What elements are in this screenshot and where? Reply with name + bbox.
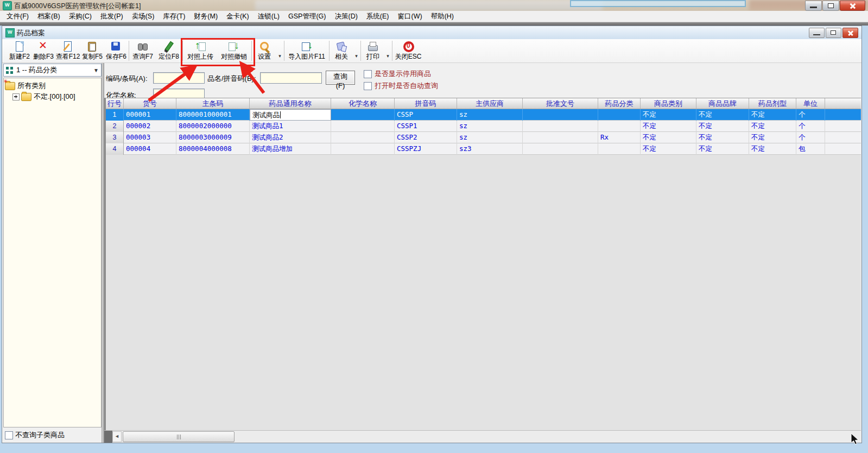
grid-cell[interactable]: 个 bbox=[796, 132, 825, 143]
grid-cell[interactable] bbox=[825, 132, 861, 143]
child-restore-button[interactable] bbox=[826, 28, 841, 38]
menu-item-11[interactable]: 系统(E) bbox=[362, 11, 394, 22]
grid-column-header-9[interactable]: 商品类别 bbox=[641, 98, 696, 109]
grid-cell[interactable]: 不定 bbox=[641, 109, 696, 121]
toolbar-button-save[interactable]: 保存F6 bbox=[104, 39, 128, 62]
toolbar-button-close-power[interactable]: 关闭ESC bbox=[393, 39, 423, 62]
grid-cell[interactable]: sz3 bbox=[457, 143, 523, 155]
grid-cell[interactable]: 不定 bbox=[696, 109, 749, 121]
menu-item-10[interactable]: 决策(D) bbox=[330, 11, 362, 22]
grid-column-header-7[interactable]: 批准文号 bbox=[523, 98, 598, 109]
name-input[interactable] bbox=[260, 72, 322, 84]
grid-cell[interactable]: Rx bbox=[598, 132, 641, 143]
table-row-4[interactable]: 40000048000004000008测试商品增加CSSPZJsz3不定不定不… bbox=[106, 143, 861, 155]
menu-item-9[interactable]: GSP管理(G) bbox=[284, 11, 330, 22]
toolbar-button-related[interactable]: 相关 bbox=[330, 39, 353, 62]
grid-column-header-0[interactable]: 行号 bbox=[106, 98, 124, 109]
grid-column-header-1[interactable]: 货号 bbox=[124, 98, 176, 109]
grid-cell[interactable]: 测试商品增加 bbox=[250, 143, 331, 155]
grid-column-header-2[interactable]: 主条码 bbox=[176, 98, 250, 109]
grid-cell[interactable]: 8000001000001 bbox=[176, 109, 250, 121]
grid-cell[interactable] bbox=[598, 109, 641, 121]
grid-cell[interactable]: CSSPZJ bbox=[395, 143, 457, 155]
grid-cell[interactable]: 不定 bbox=[641, 132, 696, 143]
grid-cell[interactable]: 4 bbox=[106, 143, 124, 155]
grid-cell[interactable]: 8000003000009 bbox=[176, 132, 250, 143]
grid-cell[interactable]: 不定 bbox=[641, 121, 696, 132]
menu-item-1[interactable]: 档案(B) bbox=[33, 11, 65, 22]
grid-cell[interactable]: 000001 bbox=[124, 109, 176, 121]
grid-cell[interactable] bbox=[331, 109, 395, 121]
toolbar-button-new-document[interactable]: 新建F2 bbox=[8, 39, 31, 62]
toolbar-button-view-edit[interactable]: 查看F12 bbox=[55, 39, 80, 62]
menu-item-2[interactable]: 采购(C) bbox=[65, 11, 96, 22]
grid-cell[interactable] bbox=[598, 143, 641, 155]
grid-cell[interactable]: CSSP2 bbox=[395, 132, 457, 143]
table-row-1[interactable]: 10000018000001000001测试商品CSSPsz不定不定不定个 bbox=[106, 109, 861, 121]
grid-cell[interactable]: 不定 bbox=[749, 143, 796, 155]
grid-column-header-4[interactable]: 化学名称 bbox=[331, 98, 395, 109]
toolbar-button-compare-undo[interactable]: 对照撤销 bbox=[217, 39, 251, 62]
menu-item-7[interactable]: 金卡(K) bbox=[222, 11, 254, 22]
grid-cell[interactable]: sz bbox=[457, 132, 523, 143]
toolbar-button-import-image[interactable]: 导入图片F11 bbox=[285, 39, 328, 62]
grid-cell[interactable]: 000003 bbox=[124, 132, 176, 143]
grid-cell[interactable]: sz bbox=[457, 109, 523, 121]
grid-cell[interactable]: 不定 bbox=[696, 132, 749, 143]
menu-item-5[interactable]: 库存(T) bbox=[159, 11, 189, 22]
grid-column-header-11[interactable]: 药品剂型 bbox=[749, 98, 796, 109]
grid-column-header-6[interactable]: 主供应商 bbox=[457, 98, 523, 109]
grid-cell[interactable]: CSSP1 bbox=[395, 121, 457, 132]
chevron-down-icon[interactable]: ▾ bbox=[353, 53, 360, 59]
table-row-3[interactable]: 30000038000003000009测试商品2CSSP2szRx不定不定不定… bbox=[106, 132, 861, 143]
grid-cell[interactable]: 测试商品2 bbox=[250, 132, 331, 143]
toolbar-button-locate[interactable]: 定位F8 bbox=[156, 39, 182, 62]
grid-cell[interactable]: sz bbox=[457, 121, 523, 132]
grid-cell[interactable] bbox=[523, 132, 598, 143]
query-button[interactable]: 查询(F) bbox=[326, 71, 355, 85]
grid-cell[interactable]: 000002 bbox=[124, 121, 176, 132]
child-minimize-button[interactable] bbox=[809, 28, 825, 38]
grid-cell[interactable] bbox=[331, 132, 395, 143]
tree-expander-icon[interactable] bbox=[12, 93, 20, 100]
menu-item-12[interactable]: 窗口(W) bbox=[394, 11, 427, 22]
grid-cell[interactable] bbox=[523, 109, 598, 121]
minimize-button[interactable] bbox=[805, 1, 822, 11]
grid-column-header-10[interactable]: 商品品牌 bbox=[696, 98, 749, 109]
menu-item-4[interactable]: 卖场(S) bbox=[128, 11, 159, 22]
scroll-left-arrow[interactable] bbox=[112, 431, 122, 442]
code-input[interactable] bbox=[153, 72, 205, 84]
close-button[interactable] bbox=[840, 1, 865, 11]
grid-cell[interactable] bbox=[825, 143, 861, 155]
grid-cell[interactable]: 8000002000000 bbox=[176, 121, 250, 132]
grid-cell[interactable]: 8000004000008 bbox=[176, 143, 250, 155]
grid-cell[interactable]: CSSP bbox=[395, 109, 457, 121]
show-disabled-checkbox[interactable] bbox=[364, 70, 372, 78]
grid-cell[interactable] bbox=[523, 143, 598, 155]
grid-column-header-13[interactable] bbox=[825, 98, 861, 109]
toolbar-button-settings[interactable]: 设置 bbox=[252, 39, 276, 62]
grid-cell[interactable] bbox=[825, 121, 861, 132]
menu-item-8[interactable]: 连锁(L) bbox=[254, 11, 284, 22]
grid-column-header-3[interactable]: 药品通用名称 bbox=[250, 98, 331, 109]
no-subcategory-checkbox[interactable] bbox=[5, 431, 13, 439]
menu-item-0[interactable]: 文件(F) bbox=[2, 11, 33, 22]
grid-cell[interactable]: 不定 bbox=[696, 143, 749, 155]
chevron-down-icon[interactable]: ▾ bbox=[276, 53, 283, 59]
grid-cell[interactable] bbox=[331, 143, 395, 155]
menu-item-13[interactable]: 帮助(H) bbox=[427, 11, 458, 22]
child-close-button[interactable] bbox=[842, 28, 858, 38]
grid-cell[interactable]: 1 bbox=[106, 109, 124, 121]
grid-column-header-8[interactable]: 药品分类 bbox=[598, 98, 641, 109]
grid-cell[interactable]: 不定 bbox=[696, 121, 749, 132]
chevron-down-icon[interactable]: ▼ bbox=[91, 67, 101, 73]
tree-item-1[interactable]: 不定.[00].[00] bbox=[5, 91, 100, 102]
grid-cell[interactable]: 不定 bbox=[749, 121, 796, 132]
grid-cell[interactable]: 3 bbox=[106, 132, 124, 143]
grid-cell[interactable]: 测试商品1 bbox=[250, 121, 331, 132]
toolbar-button-delete[interactable]: 删除F3 bbox=[31, 39, 55, 62]
tree-item-0[interactable]: 所有类别 bbox=[5, 80, 100, 91]
grid-cell[interactable]: 个 bbox=[796, 121, 825, 132]
grid-cell[interactable]: 000004 bbox=[124, 143, 176, 155]
grid-cell[interactable]: 不定 bbox=[749, 109, 796, 121]
